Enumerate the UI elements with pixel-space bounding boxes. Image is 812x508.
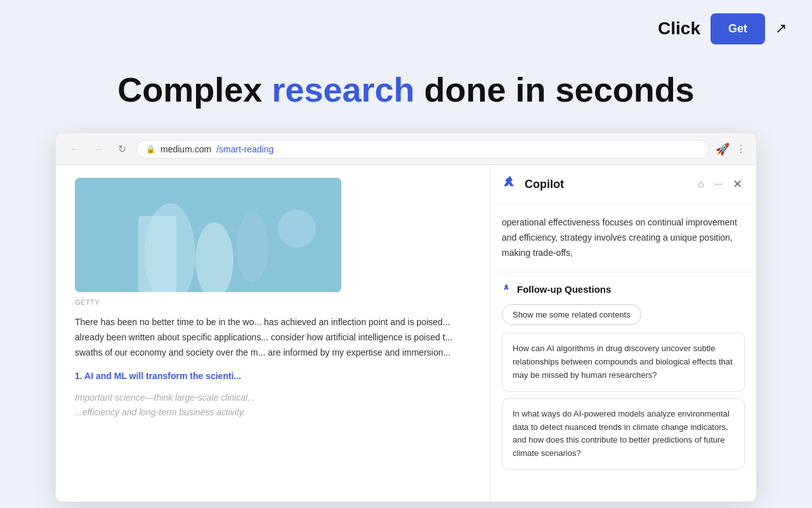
copilot-action-buttons: ⌂ ··· ✕ [695, 175, 745, 194]
address-bar[interactable]: 🔒 medium.com/smart-reading [136, 140, 709, 159]
article-image-overlay [75, 178, 341, 292]
followup-question-1[interactable]: How can AI algorithms in drug discovery … [502, 333, 745, 391]
browser-menu-icon[interactable]: ⋮ [736, 143, 746, 155]
followup-section: Follow-up Questions Show me some related… [490, 272, 756, 476]
headline-text: Complex research done in seconds [0, 70, 812, 109]
external-link-icon[interactable]: ↗ [775, 20, 787, 37]
article-section-heading: 1. AI and ML will transform the scienti.… [75, 369, 471, 384]
article-body: There has been no better time to be in t… [75, 315, 471, 419]
followup-header: Follow-up Questions [502, 283, 745, 295]
copilot-title: Copilot [525, 178, 689, 191]
refresh-button[interactable]: ↻ [114, 140, 130, 157]
article-section-subtext: Important science—think large-scale clin… [75, 391, 471, 419]
copilot-home-button[interactable]: ⌂ [695, 176, 707, 192]
copilot-more-button[interactable]: ··· [712, 176, 725, 192]
image-caption: GETTY [75, 298, 471, 306]
copilot-header: Copilot ⌂ ··· ✕ [490, 165, 756, 204]
top-bar: Click Get ↗ [0, 0, 812, 57]
headline-section: Complex research done in seconds [0, 57, 812, 128]
copilot-summary: operational effectiveness focuses on con… [490, 204, 756, 272]
copilot-panel: Copilot ⌂ ··· ✕ operational effectivenes… [490, 165, 756, 502]
get-button[interactable]: Get [710, 13, 765, 44]
article-image [75, 178, 341, 292]
url-path: /smart-reading [216, 144, 273, 154]
browser-mockup: ← → ↻ 🔒 medium.com/smart-reading 🚀 ⋮ GET… [56, 133, 756, 502]
extension-icon[interactable]: 🚀 [716, 142, 730, 156]
browser-actions: 🚀 ⋮ [716, 142, 746, 156]
click-label: Click [658, 18, 700, 39]
article-paragraph: There has been no better time to be in t… [75, 315, 471, 360]
lock-icon: 🔒 [146, 145, 155, 154]
forward-button[interactable]: → [90, 141, 108, 157]
copilot-close-button[interactable]: ✕ [730, 175, 745, 194]
headline-accent: research [272, 70, 414, 109]
article-area: GETTY There has been no better time to b… [56, 165, 490, 502]
followup-icon [502, 283, 512, 295]
copilot-logo-icon [502, 174, 518, 194]
copilot-fade [490, 476, 756, 502]
browser-content: GETTY There has been no better time to b… [56, 165, 756, 502]
url-domain: medium.com [160, 144, 211, 154]
back-button[interactable]: ← [66, 141, 84, 157]
followup-question-2[interactable]: In what ways do AI-powered models analyz… [502, 398, 745, 470]
browser-chrome: ← → ↻ 🔒 medium.com/smart-reading 🚀 ⋮ [56, 133, 756, 165]
headline-prefix: Complex [117, 70, 272, 109]
headline-suffix: done in seconds [415, 70, 695, 109]
show-related-button[interactable]: Show me some related contents [502, 304, 641, 325]
followup-title: Follow-up Questions [517, 284, 611, 295]
